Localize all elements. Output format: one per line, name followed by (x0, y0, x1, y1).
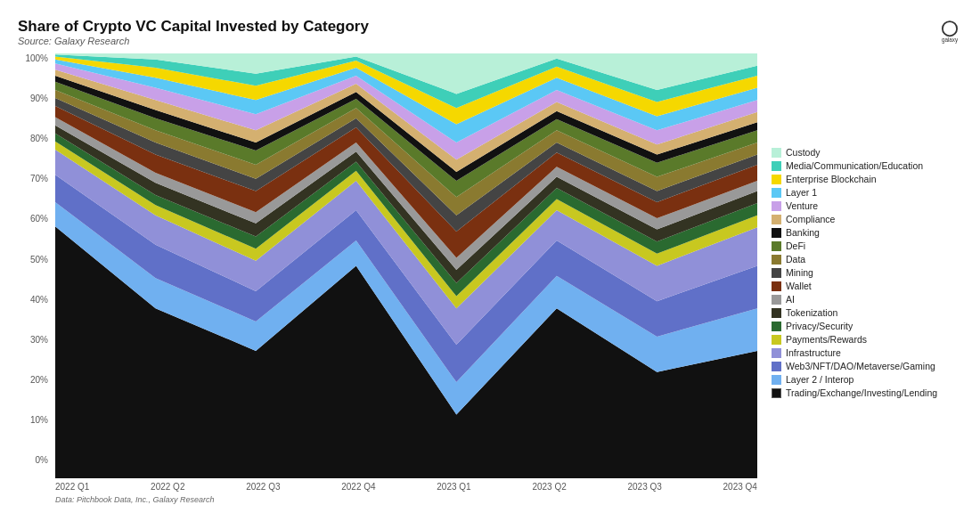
legend-layer2: Layer 2 / Interop (772, 374, 962, 385)
legend-media: Media/Communication/Education (772, 160, 962, 171)
legend-label-defi: DeFi (786, 240, 805, 251)
chart-footer: Data: Pitchbook Data, Inc., Galaxy Resea… (55, 495, 962, 504)
y-label-20: 20% (18, 375, 52, 385)
legend-layer1: Layer 1 (772, 187, 962, 198)
legend-label-data: Data (786, 254, 805, 265)
legend-label-banking: Banking (786, 227, 820, 238)
chart-legend: Custody Media/Communication/Education En… (757, 53, 962, 492)
legend-label-payments: Payments/Rewards (786, 334, 867, 345)
legend-color-compliance (772, 215, 781, 224)
legend-color-venture (772, 201, 781, 211)
x-label-q4-2022: 2022 Q4 (341, 482, 375, 492)
legend-label-enterprise: Enterprise Blockchain (786, 174, 877, 184)
galaxy-logo: galaxy (934, 14, 966, 46)
chart-header: Share of Crypto VC Capital Invested by C… (18, 18, 962, 46)
x-label-q2-2023: 2023 Q2 (532, 482, 566, 492)
y-label-90: 90% (18, 94, 52, 103)
legend-color-trading (772, 388, 781, 398)
legend-compliance: Compliance (772, 214, 962, 224)
x-label-q3-2022: 2022 Q3 (246, 482, 280, 492)
legend-color-defi (772, 241, 781, 251)
chart-wrapper: 0% 10% 20% 30% 40% 50% 60% 70% 80% 90% 1… (18, 53, 757, 492)
legend-label-wallet: Wallet (786, 281, 812, 291)
legend-tokenization: Tokenization (772, 307, 962, 318)
legend-label-mining: Mining (786, 267, 813, 278)
page-container: Share of Crypto VC Capital Invested by C… (0, 0, 980, 513)
legend-ai: AI (772, 294, 962, 305)
legend-defi: DeFi (772, 240, 962, 251)
legend-label-layer1: Layer 1 (786, 187, 817, 198)
legend-color-enterprise (772, 175, 781, 184)
chart-inner: 2022 Q1 2022 Q2 2022 Q3 2022 Q4 2023 Q1 … (55, 53, 757, 492)
legend-color-infrastructure (772, 348, 781, 358)
y-label-100: 100% (18, 53, 52, 63)
legend-color-privacy (772, 322, 781, 331)
legend-venture: Venture (772, 200, 962, 211)
legend-data: Data (772, 254, 962, 265)
y-label-60: 60% (18, 214, 52, 224)
legend-color-layer2 (772, 375, 781, 385)
legend-privacy: Privacy/Security (772, 321, 962, 331)
legend-color-mining (772, 268, 781, 278)
legend-color-media (772, 161, 781, 171)
legend-color-wallet (772, 281, 781, 291)
legend-web3: Web3/NFT/DAO/Metaverse/Gaming (772, 361, 962, 371)
stacked-chart (55, 53, 757, 478)
legend-color-payments (772, 335, 781, 345)
y-label-70: 70% (18, 174, 52, 183)
y-label-50: 50% (18, 255, 52, 265)
legend-color-ai (772, 295, 781, 305)
legend-custody: Custody (772, 147, 962, 158)
y-label-80: 80% (18, 134, 52, 143)
x-label-q2-2022: 2022 Q2 (151, 482, 184, 492)
x-label-q3-2023: 2023 Q3 (627, 482, 661, 492)
legend-color-web3 (772, 362, 781, 371)
legend-label-layer2: Layer 2 / Interop (786, 374, 853, 385)
legend-banking: Banking (772, 227, 962, 238)
legend-infrastructure: Infrastructure (772, 347, 962, 358)
x-label-q1-2023: 2023 Q1 (437, 482, 470, 492)
legend-color-tokenization (772, 308, 781, 318)
legend-label-privacy: Privacy/Security (786, 321, 853, 331)
legend-label-tokenization: Tokenization (786, 307, 837, 318)
chart-subtitle: Source: Galaxy Research (18, 36, 962, 46)
y-label-10: 10% (18, 415, 52, 425)
legend-payments: Payments/Rewards (772, 334, 962, 345)
legend-label-compliance: Compliance (786, 214, 835, 224)
legend-label-web3: Web3/NFT/DAO/Metaverse/Gaming (786, 361, 935, 371)
y-label-30: 30% (18, 335, 52, 345)
legend-color-banking (772, 228, 781, 238)
y-axis: 0% 10% 20% 30% 40% 50% 60% 70% 80% 90% 1… (18, 53, 52, 465)
legend-mining: Mining (772, 267, 962, 278)
chart-area: 0% 10% 20% 30% 40% 50% 60% 70% 80% 90% 1… (18, 53, 962, 492)
x-axis: 2022 Q1 2022 Q2 2022 Q3 2022 Q4 2023 Q1 … (55, 482, 757, 492)
x-label-q1-2022: 2022 Q1 (55, 482, 89, 492)
legend-label-custody: Custody (786, 147, 821, 158)
legend-enterprise: Enterprise Blockchain (772, 174, 962, 184)
y-label-0: 0% (18, 455, 52, 465)
legend-label-media: Media/Communication/Education (786, 160, 923, 171)
legend-trading: Trading/Exchange/Investing/Lending (772, 387, 962, 398)
svg-text:galaxy: galaxy (942, 37, 959, 44)
legend-label-infrastructure: Infrastructure (786, 347, 841, 358)
legend-label-trading: Trading/Exchange/Investing/Lending (786, 387, 937, 398)
legend-wallet: Wallet (772, 281, 962, 291)
chart-title: Share of Crypto VC Capital Invested by C… (18, 18, 962, 36)
legend-color-layer1 (772, 188, 781, 198)
legend-label-venture: Venture (786, 200, 818, 211)
legend-color-data (772, 255, 781, 265)
chart-svg (55, 53, 757, 478)
legend-color-custody (772, 148, 781, 158)
y-label-40: 40% (18, 295, 52, 305)
legend-label-ai: AI (786, 294, 795, 305)
x-label-q4-2023: 2023 Q4 (723, 482, 757, 492)
